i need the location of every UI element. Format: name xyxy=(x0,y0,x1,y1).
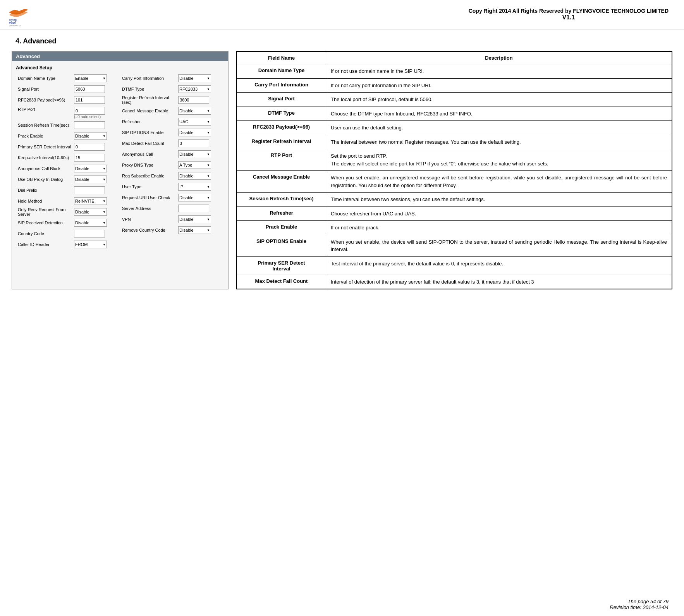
only-recv-select[interactable]: DisableEnable xyxy=(74,208,107,216)
table-row: Session Refresh Time(sec) Time interval … xyxy=(237,193,672,207)
register-refresh-input[interactable] xyxy=(178,96,209,104)
desc-cell: Set the port to send RTP.The device will… xyxy=(326,149,672,171)
col-field-name: Field Name xyxy=(237,52,326,64)
field-label: Request-URI User Check xyxy=(122,195,178,200)
field-label: Dial Prefix xyxy=(18,188,74,193)
primary-ser-input[interactable] xyxy=(74,143,105,151)
field-label: Signal Port xyxy=(18,87,74,91)
select-wrapper: FROM xyxy=(74,241,107,248)
ob-proxy-select[interactable]: DisableEnable xyxy=(74,176,107,183)
form-left-column: Domain Name Type EnableDisable Signal Po… xyxy=(16,74,120,251)
sip-received-select[interactable]: DisableEnable xyxy=(74,219,107,227)
remove-country-code-select[interactable]: DisableEnable xyxy=(178,226,211,234)
copyright-text: Copy Right 2014 All Rights Reserved by F… xyxy=(469,8,669,14)
table-row: RFC2833 Payload(>=96) User can use the d… xyxy=(237,121,672,135)
form-grid: Domain Name Type EnableDisable Signal Po… xyxy=(16,74,224,251)
col-description: Description xyxy=(326,52,672,64)
table-row: Signal Port The local port of SIP protoc… xyxy=(237,93,672,107)
hold-method-select[interactable]: ReINVITE xyxy=(74,197,107,205)
select-wrapper: DisableEnable xyxy=(178,129,211,136)
field-name-cell: DTMF Type xyxy=(237,107,326,121)
form-row: Prack Enable DisableEnable xyxy=(18,131,118,141)
rtp-port-note: (=0 auto select) xyxy=(74,115,105,119)
server-address-input[interactable] xyxy=(178,205,209,212)
field-label: Cancel Message Enable xyxy=(122,108,178,113)
field-label: Anonymous Call xyxy=(122,152,178,157)
table-row: Carry Port Information If or not carry p… xyxy=(237,78,672,93)
field-label: Country Code xyxy=(18,231,74,236)
svg-text:Voice over IP: Voice over IP xyxy=(9,24,21,27)
field-label: User Type xyxy=(122,184,178,189)
field-label: Session Refresh Time(sec) xyxy=(18,123,74,127)
cancel-msg-select[interactable]: DisableEnable xyxy=(178,107,211,115)
rtp-port-wrapper: (=0 auto select) xyxy=(74,107,105,119)
user-type-select[interactable]: IP xyxy=(178,183,211,191)
form-row: Proxy DNS Type A Type xyxy=(122,160,222,170)
svg-text:Voice: Voice xyxy=(9,21,16,24)
keepalive-interval-input[interactable] xyxy=(74,154,105,162)
desc-cell: If or not enable prack. xyxy=(326,221,672,235)
refresher-select[interactable]: UACUAS xyxy=(178,118,211,126)
description-table: Field Name Description Domain Name Type … xyxy=(237,52,672,289)
rtp-port-input[interactable] xyxy=(74,107,105,115)
field-label: Remove Country Code xyxy=(122,228,178,232)
field-label: Caller ID Header xyxy=(18,242,74,247)
field-label: Max Detect Fail Count xyxy=(122,141,178,146)
select-wrapper: DisableEnable xyxy=(178,74,211,82)
select-wrapper: DisableEnable xyxy=(178,172,211,180)
form-row: Domain Name Type EnableDisable xyxy=(18,74,118,83)
field-label: RFC2833 Payload(>=96) xyxy=(18,98,74,102)
dial-prefix-input[interactable] xyxy=(74,186,105,194)
carry-port-select[interactable]: DisableEnable xyxy=(178,74,211,82)
field-label: Prack Enable xyxy=(18,134,74,138)
domain-name-type-select[interactable]: EnableDisable xyxy=(74,74,107,82)
anon-call-block-select[interactable]: DisableEnable xyxy=(74,165,107,172)
form-row: Hold Method ReINVITE xyxy=(18,196,118,206)
desc-cell: Choose refresher from UAC and UAS. xyxy=(326,206,672,221)
desc-cell: If or not use domain name in the SIP URI… xyxy=(326,64,672,79)
field-name-cell: Domain Name Type xyxy=(237,64,326,79)
max-detect-input[interactable] xyxy=(178,139,209,147)
table-row: DTMF Type Choose the DTMF type from Inbo… xyxy=(237,107,672,121)
proxy-dns-select[interactable]: A Type xyxy=(178,161,211,169)
vpn-select[interactable]: DisableEnable xyxy=(178,215,211,223)
field-name-cell: Prack Enable xyxy=(237,221,326,235)
caller-id-select[interactable]: FROM xyxy=(74,241,107,248)
anon-call-select[interactable]: DisableEnable xyxy=(178,150,211,158)
page-header: Flying Voice Voice over IP Copy Right 20… xyxy=(0,0,684,29)
session-refresh-input[interactable] xyxy=(74,121,105,129)
dtmf-type-select[interactable]: RFC2833InboundSIP INFO xyxy=(178,85,211,93)
rfc2833-payload-input[interactable] xyxy=(74,96,105,104)
field-label: VPN xyxy=(122,217,178,222)
field-label: Carry Port Information xyxy=(122,76,178,81)
table-row: Max Detect Fail Count Interval of detect… xyxy=(237,275,672,289)
form-row: User Type IP xyxy=(122,182,222,191)
form-row: RTP Port (=0 auto select) xyxy=(18,106,118,119)
desc-cell: When you set enable, an unregistered mes… xyxy=(326,171,672,193)
desc-cell: Test interval of the primary server, the… xyxy=(326,256,672,275)
country-code-input[interactable] xyxy=(74,230,105,237)
reg-subscribe-select[interactable]: DisableEnable xyxy=(178,172,211,180)
table-row: Prack Enable If or not enable prack. xyxy=(237,221,672,235)
sip-options-select[interactable]: DisableEnable xyxy=(178,129,211,136)
table-row: RTP Port Set the port to send RTP.The de… xyxy=(237,149,672,171)
select-wrapper: RFC2833InboundSIP INFO xyxy=(178,85,211,93)
form-section-title: Advanced Setup xyxy=(16,65,224,71)
field-name-cell: Primary SER DetectInterval xyxy=(237,256,326,275)
select-wrapper: ReINVITE xyxy=(74,197,107,205)
request-uri-select[interactable]: DisableEnable xyxy=(178,194,211,201)
field-name-cell: RFC2833 Payload(>=96) xyxy=(237,121,326,135)
select-wrapper: IP xyxy=(178,183,211,191)
field-label: Refresher xyxy=(122,119,178,124)
desc-cell: User can use the default setting. xyxy=(326,121,672,135)
select-wrapper: DisableEnable xyxy=(74,219,107,227)
field-name-cell: SIP OPTIONS Enable xyxy=(237,235,326,256)
signal-port-input[interactable] xyxy=(74,85,105,93)
form-row: Use OB Proxy In Dialog DisableEnable xyxy=(18,175,118,184)
page-wrapper: Flying Voice Voice over IP Copy Right 20… xyxy=(0,0,684,616)
company-logo: Flying Voice Voice over IP xyxy=(8,4,31,27)
field-name-cell: Signal Port xyxy=(237,93,326,107)
form-row: DTMF Type RFC2833InboundSIP INFO xyxy=(122,84,222,94)
prack-enable-select[interactable]: DisableEnable xyxy=(74,132,107,140)
form-row: RFC2833 Payload(>=96) xyxy=(18,95,118,105)
